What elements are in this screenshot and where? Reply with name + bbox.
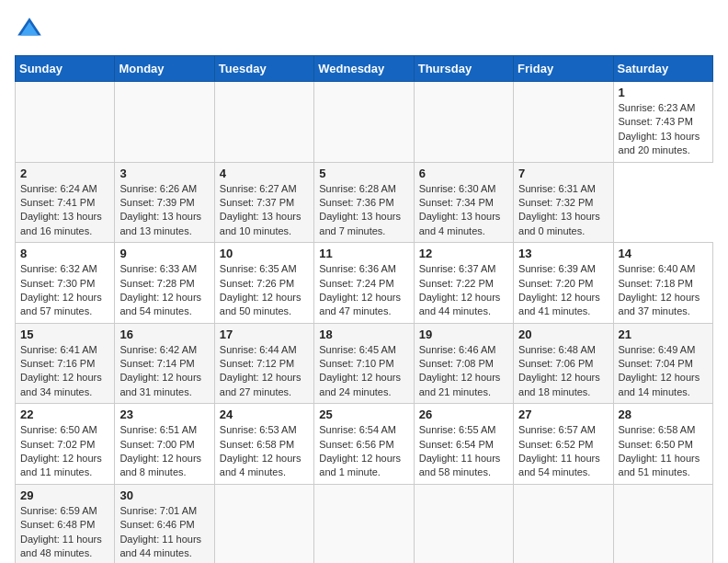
calendar-day-6: 6Sunrise: 6:30 AMSunset: 7:34 PMDaylight… (414, 162, 513, 243)
day-number: 18 (319, 327, 408, 341)
weekday-header-monday: Monday (115, 56, 214, 82)
calendar-day-4: 4Sunrise: 6:27 AMSunset: 7:37 PMDaylight… (214, 162, 313, 243)
weekday-header-wednesday: Wednesday (314, 56, 414, 82)
day-info: Sunrise: 6:31 AMSunset: 7:32 PMDaylight:… (518, 182, 608, 239)
day-number: 19 (419, 327, 508, 341)
calendar-week-5: 22Sunrise: 6:50 AMSunset: 7:02 PMDayligh… (16, 404, 713, 485)
day-info: Sunrise: 6:55 AMSunset: 6:54 PMDaylight:… (419, 423, 508, 480)
calendar-day-3: 3Sunrise: 6:26 AMSunset: 7:39 PMDaylight… (115, 162, 214, 243)
calendar-day-29: 29Sunrise: 6:59 AMSunset: 6:48 PMDayligh… (16, 484, 115, 563)
day-number: 4 (220, 167, 309, 180)
day-info: Sunrise: 6:23 AMSunset: 7:43 PMDaylight:… (619, 101, 708, 158)
calendar-day-19: 19Sunrise: 6:46 AMSunset: 7:08 PMDayligh… (414, 323, 513, 404)
day-info: Sunrise: 6:44 AMSunset: 7:12 PMDaylight:… (220, 343, 309, 400)
empty-cell (16, 82, 115, 163)
calendar-day-27: 27Sunrise: 6:57 AMSunset: 6:52 PMDayligh… (514, 404, 613, 485)
calendar-day-14: 14Sunrise: 6:40 AMSunset: 7:18 PMDayligh… (613, 243, 712, 324)
day-number: 27 (518, 408, 608, 421)
empty-cell (214, 82, 313, 163)
day-info: Sunrise: 6:42 AMSunset: 7:14 PMDaylight:… (119, 343, 209, 400)
calendar-day-10: 10Sunrise: 6:35 AMSunset: 7:26 PMDayligh… (214, 243, 313, 324)
day-number: 5 (319, 167, 408, 180)
calendar-day-8: 8Sunrise: 6:32 AMSunset: 7:30 PMDaylight… (16, 243, 115, 324)
day-info: Sunrise: 6:54 AMSunset: 6:56 PMDaylight:… (319, 423, 408, 480)
day-number: 9 (119, 247, 209, 260)
day-number: 12 (419, 247, 508, 260)
day-info: Sunrise: 6:24 AMSunset: 7:41 PMDaylight:… (20, 182, 109, 239)
calendar-day-7: 7Sunrise: 6:31 AMSunset: 7:32 PMDaylight… (514, 162, 613, 243)
day-number: 24 (220, 408, 309, 421)
calendar-header: SundayMondayTuesdayWednesdayThursdayFrid… (16, 56, 713, 82)
empty-cell (314, 82, 414, 163)
day-info: Sunrise: 6:41 AMSunset: 7:16 PMDaylight:… (20, 343, 109, 400)
page-header (15, 15, 713, 44)
day-info: Sunrise: 6:46 AMSunset: 7:08 PMDaylight:… (419, 343, 508, 400)
calendar-day-26: 26Sunrise: 6:55 AMSunset: 6:54 PMDayligh… (414, 404, 513, 485)
day-number: 17 (220, 327, 309, 341)
calendar-day-2: 2Sunrise: 6:24 AMSunset: 7:41 PMDaylight… (16, 162, 115, 243)
calendar-day-25: 25Sunrise: 6:54 AMSunset: 6:56 PMDayligh… (314, 404, 414, 485)
empty-cell (214, 484, 313, 563)
day-info: Sunrise: 6:58 AMSunset: 6:50 PMDaylight:… (619, 423, 708, 480)
day-number: 10 (220, 247, 309, 260)
day-info: Sunrise: 6:57 AMSunset: 6:52 PMDaylight:… (518, 423, 608, 480)
calendar-week-3: 8Sunrise: 6:32 AMSunset: 7:30 PMDaylight… (16, 243, 713, 324)
calendar-day-30: 30Sunrise: 7:01 AMSunset: 6:46 PMDayligh… (115, 484, 214, 563)
day-number: 21 (619, 327, 708, 341)
day-info: Sunrise: 6:27 AMSunset: 7:37 PMDaylight:… (220, 182, 309, 239)
calendar-day-9: 9Sunrise: 6:33 AMSunset: 7:28 PMDaylight… (115, 243, 214, 324)
empty-cell (514, 82, 613, 163)
day-info: Sunrise: 6:45 AMSunset: 7:10 PMDaylight:… (319, 343, 408, 400)
calendar-day-17: 17Sunrise: 6:44 AMSunset: 7:12 PMDayligh… (214, 323, 313, 404)
calendar-table: SundayMondayTuesdayWednesdayThursdayFrid… (15, 55, 713, 563)
calendar-day-23: 23Sunrise: 6:51 AMSunset: 7:00 PMDayligh… (115, 404, 214, 485)
empty-cell (115, 82, 214, 163)
day-number: 16 (119, 327, 209, 341)
day-info: Sunrise: 6:35 AMSunset: 7:26 PMDaylight:… (220, 262, 309, 319)
day-info: Sunrise: 6:37 AMSunset: 7:22 PMDaylight:… (419, 262, 508, 319)
day-number: 6 (419, 167, 508, 180)
day-number: 28 (619, 408, 708, 421)
day-info: Sunrise: 6:32 AMSunset: 7:30 PMDaylight:… (20, 262, 109, 319)
empty-cell (314, 484, 414, 563)
day-info: Sunrise: 6:26 AMSunset: 7:39 PMDaylight:… (119, 182, 209, 239)
calendar-week-1: 1Sunrise: 6:23 AMSunset: 7:43 PMDaylight… (16, 82, 713, 163)
day-info: Sunrise: 6:51 AMSunset: 7:00 PMDaylight:… (119, 423, 209, 480)
day-info: Sunrise: 7:01 AMSunset: 6:46 PMDaylight:… (119, 504, 209, 561)
calendar-week-6: 29Sunrise: 6:59 AMSunset: 6:48 PMDayligh… (16, 484, 713, 563)
day-number: 14 (619, 247, 708, 260)
day-number: 8 (20, 247, 109, 260)
day-number: 23 (119, 408, 209, 421)
day-number: 25 (319, 408, 408, 421)
weekday-header-tuesday: Tuesday (214, 56, 313, 82)
day-info: Sunrise: 6:48 AMSunset: 7:06 PMDaylight:… (518, 343, 608, 400)
day-number: 3 (119, 167, 209, 180)
calendar-day-22: 22Sunrise: 6:50 AMSunset: 7:02 PMDayligh… (16, 404, 115, 485)
day-number: 29 (20, 488, 109, 502)
calendar-day-15: 15Sunrise: 6:41 AMSunset: 7:16 PMDayligh… (16, 323, 115, 404)
calendar-day-11: 11Sunrise: 6:36 AMSunset: 7:24 PMDayligh… (314, 243, 414, 324)
empty-cell (414, 82, 513, 163)
calendar-day-16: 16Sunrise: 6:42 AMSunset: 7:14 PMDayligh… (115, 323, 214, 404)
weekday-header-friday: Friday (514, 56, 613, 82)
weekday-header-thursday: Thursday (414, 56, 513, 82)
calendar-day-18: 18Sunrise: 6:45 AMSunset: 7:10 PMDayligh… (314, 323, 414, 404)
weekday-header-sunday: Sunday (16, 56, 115, 82)
day-number: 15 (20, 327, 109, 341)
calendar-week-4: 15Sunrise: 6:41 AMSunset: 7:16 PMDayligh… (16, 323, 713, 404)
day-number: 22 (20, 408, 109, 421)
calendar-day-12: 12Sunrise: 6:37 AMSunset: 7:22 PMDayligh… (414, 243, 513, 324)
calendar-day-1: 1Sunrise: 6:23 AMSunset: 7:43 PMDaylight… (613, 82, 712, 163)
day-number: 2 (20, 167, 109, 180)
calendar-week-2: 2Sunrise: 6:24 AMSunset: 7:41 PMDaylight… (16, 162, 713, 243)
day-number: 13 (518, 247, 608, 260)
day-info: Sunrise: 6:50 AMSunset: 7:02 PMDaylight:… (20, 423, 109, 480)
day-number: 7 (518, 167, 608, 180)
day-info: Sunrise: 6:49 AMSunset: 7:04 PMDaylight:… (619, 343, 708, 400)
calendar-day-5: 5Sunrise: 6:28 AMSunset: 7:36 PMDaylight… (314, 162, 414, 243)
logo-icon (15, 15, 44, 44)
weekday-header-row: SundayMondayTuesdayWednesdayThursdayFrid… (16, 56, 713, 82)
day-info: Sunrise: 6:53 AMSunset: 6:58 PMDaylight:… (220, 423, 309, 480)
day-info: Sunrise: 6:28 AMSunset: 7:36 PMDaylight:… (319, 182, 408, 239)
calendar-day-21: 21Sunrise: 6:49 AMSunset: 7:04 PMDayligh… (613, 323, 712, 404)
